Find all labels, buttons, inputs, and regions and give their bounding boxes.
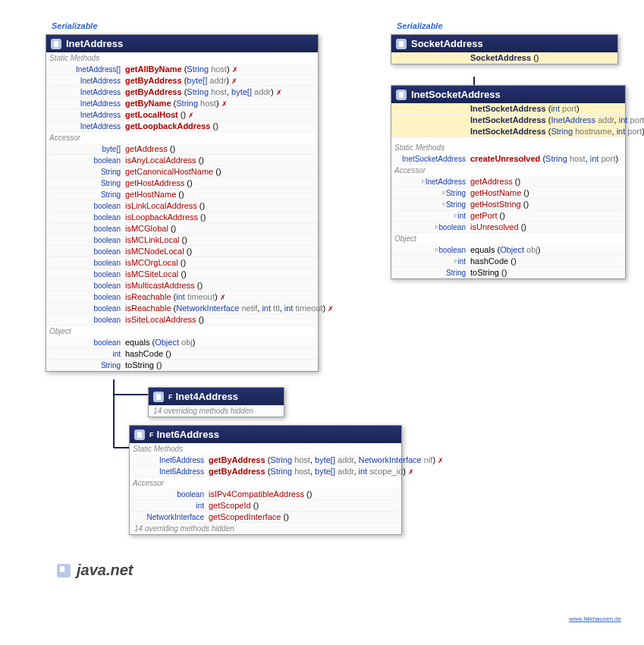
method-row: InetAddressgetByAddress (byte[] addr) ✗ [46,75,318,87]
class-inet4address: F Inet4Address 14 overriding methods hid… [148,387,284,417]
method-row: booleanisMCSiteLocal () [46,269,318,280]
method-row: booleanisReachable (NetworkInterface net… [46,303,318,314]
constructor-row: InetSocketAddress (InetAddress addr, int… [391,115,625,126]
object-methods-list: Fbooleanequals (Object obj)FinthashCode … [391,244,625,278]
accessor-methods-list: booleanisIPv4CompatibleAddress ()intgetS… [130,489,401,523]
method-row: FintgetPort () [391,210,625,222]
class-icon [57,564,71,577]
class-header: F Inet6Address [130,426,401,443]
method-row: booleanisSiteLocalAddress () [46,314,318,326]
final-marker: F [149,431,154,439]
method-row: InetSocketAddresscreateUnresolved (Strin… [391,153,625,165]
method-row: FInetAddressgetAddress () [391,176,625,187]
method-row: InetAddressgetByName (String host) ✗ [46,98,318,109]
method-row: StringgetCanonicalHostName () [46,166,318,178]
object-methods-list: booleanequals (Object obj)inthashCode ()… [46,337,318,371]
overriding-note: 14 overriding methods hidden [130,523,401,534]
section-label-object: Object [391,233,625,244]
section-label-object: Object [46,326,318,337]
class-icon [134,429,145,440]
method-row: InetAddressgetLoopbackAddress () [46,121,318,132]
class-inetaddress: InetAddress Static Methods InetAddress[]… [46,34,319,372]
method-row: intgetScopeId () [130,500,401,511]
constructor-row: InetSocketAddress (String hostname, int … [391,126,625,137]
section-label-accessor: Accessor [130,477,401,489]
method-row: booleanisAnyLocalAddress () [46,155,318,166]
class-header: F Inet4Address [149,388,284,405]
static-methods-list: InetAddress[]getAllByName (String host) … [46,64,318,132]
accessor-methods-list: byte[]getAddress ()booleanisAnyLocalAddr… [46,143,318,326]
method-row: InetAddress[]getAllByName (String host) … [46,64,318,75]
class-inet6address: F Inet6Address Static Methods Inet6Addre… [129,425,402,535]
method-row: byte[]getAddress () [46,143,318,155]
package-label: java.net [57,562,133,579]
method-row: FbooleanisUnresolved () [391,222,625,233]
method-row: inthashCode () [46,348,318,360]
constructor-row: InetSocketAddress (int port) [391,103,625,115]
package-name: java.net [77,562,133,579]
class-header: SocketAddress [391,35,617,52]
method-row: booleanisMCLinkLocal () [46,234,318,246]
method-row: booleanisMCGlobal () [46,223,318,234]
constructor-list: SocketAddress () [391,52,617,64]
method-row: booleanisMCNodeLocal () [46,246,318,257]
interface-label-serializable: Serializable [52,21,98,30]
method-row: FStringgetHostString () [391,199,625,210]
method-row: booleanisMulticastAddress () [46,280,318,291]
method-row: FStringgetHostName () [391,187,625,199]
method-row: Inet6AddressgetByAddress (String host, b… [130,455,401,466]
class-title: InetSocketAddress [411,89,501,100]
method-row: FinthashCode () [391,256,625,267]
class-socketaddress: SocketAddress SocketAddress () [391,34,618,64]
static-methods-list: Inet6AddressgetByAddress (String host, b… [130,455,401,477]
section-label-static: Static Methods [391,142,625,153]
class-header: InetSocketAddress [391,86,625,103]
method-row: Fbooleanequals (Object obj) [391,244,625,256]
class-title: Inet4Address [176,391,238,402]
class-icon [396,39,407,49]
section-label-static: Static Methods [46,52,318,64]
method-row: StringtoString () [46,360,318,371]
class-title: Inet6Address [157,429,219,440]
section-label-accessor: Accessor [391,165,625,176]
class-title: InetAddress [66,38,123,49]
constructor-row: SocketAddress () [391,52,617,64]
method-row: Inet6AddressgetByAddress (String host, b… [130,466,401,477]
method-row: StringgetHostName () [46,189,318,200]
constructor-list: InetSocketAddress (int port)InetSocketAd… [391,103,625,137]
accessor-methods-list: FInetAddressgetAddress ()FStringgetHostN… [391,176,625,233]
class-title: SocketAddress [411,38,483,49]
method-row: NetworkInterfacegetScopedInterface () [130,511,401,523]
method-row: booleanisReachable (int timeout) ✗ [46,291,318,303]
section-label-static: Static Methods [130,443,401,455]
method-row: InetAddressgetByAddress (String host, by… [46,87,318,98]
interface-label-serializable: Serializable [397,21,443,30]
class-icon [51,39,61,49]
method-row: booleanisIPv4CompatibleAddress () [130,489,401,500]
section-label-accessor: Accessor [46,132,318,143]
overriding-note: 14 overriding methods hidden [149,405,284,417]
method-row: StringgetHostAddress () [46,178,318,189]
class-header: InetAddress [46,35,318,52]
method-row: booleanisLinkLocalAddress () [46,200,318,212]
static-methods-list: InetSocketAddresscreateUnresolved (Strin… [391,153,625,165]
class-icon [396,90,407,100]
footer-link[interactable]: www.falkhausen.de [569,615,621,622]
method-row: InetAddressgetLocalHost () ✗ [46,109,318,121]
class-icon [153,392,164,402]
method-row: booleanisMCOrgLocal () [46,257,318,269]
class-inetsocketaddress: InetSocketAddress InetSocketAddress (int… [391,85,626,279]
method-row: booleanequals (Object obj) [46,337,318,348]
method-row: StringtoString () [391,267,625,278]
final-marker: F [168,393,173,401]
method-row: booleanisLoopbackAddress () [46,212,318,223]
